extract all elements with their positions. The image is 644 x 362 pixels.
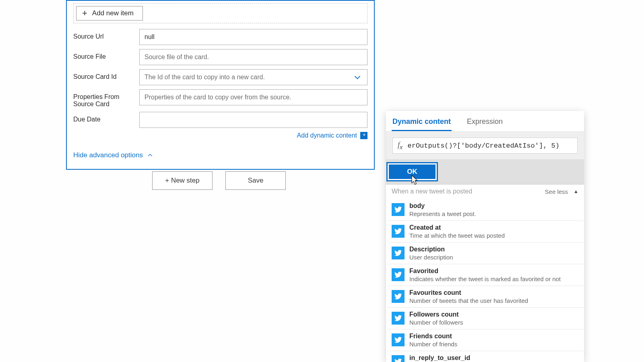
row-props-from-source: Properties From Source Card	[73, 89, 367, 108]
list-item-desc: Number of followers	[409, 319, 463, 326]
list-item[interactable]: FavoritedIndicates whether the tweet is …	[388, 264, 583, 286]
group-header-label: When a new tweet is posted	[392, 188, 472, 195]
list-item-desc: Represents a tweet post.	[409, 210, 476, 217]
row-source-file: Source File	[73, 49, 367, 65]
list-item-title: Favourites count	[409, 289, 528, 296]
list-item[interactable]: Friends countNumber of friends	[388, 329, 583, 351]
list-item-texts: FavoritedIndicates whether the tweet is …	[409, 267, 561, 282]
select-source-card-id[interactable]	[139, 69, 367, 85]
ok-button[interactable]: OK	[388, 163, 437, 180]
row-source-url: Source Url	[73, 29, 367, 45]
twitter-icon	[392, 355, 405, 362]
label-props-from-source: Properties From Source Card	[73, 89, 139, 108]
list-item-desc: Number of tweets that the user has favor…	[409, 297, 528, 304]
dynamic-content-list[interactable]: bodyRepresents a tweet post. Created atT…	[386, 198, 584, 362]
add-new-item-label: Add new item	[92, 9, 134, 17]
expression-input-wrap: fx	[392, 138, 578, 154]
label-due-date: Due Date	[73, 112, 139, 123]
list-item[interactable]: Created atTime at which the tweet was po…	[388, 221, 583, 243]
tab-expression[interactable]: Expression	[466, 113, 504, 131]
list-item-title: Favorited	[409, 267, 561, 275]
plus-icon: +	[82, 9, 87, 18]
add-item-dashed: + Add new item	[73, 3, 367, 23]
fx-icon: fx	[398, 141, 403, 150]
list-item-desc: Indicates whether the tweet is marked as…	[409, 276, 561, 282]
list-item-texts: Followers countNumber of followers	[409, 311, 463, 326]
list-item-texts: Friends countNumber of friends	[409, 333, 457, 348]
save-button[interactable]: Save	[225, 171, 286, 190]
twitter-icon	[392, 225, 405, 238]
list-item[interactable]: Favourites countNumber of tweets that th…	[388, 286, 583, 308]
input-props-from-source[interactable]	[139, 89, 367, 105]
list-item-title: body	[409, 202, 476, 210]
flyout-tabs: Dynamic content Expression	[386, 111, 584, 131]
list-item-title: in_reply_to_user_id	[409, 354, 470, 362]
input-source-url[interactable]	[139, 29, 367, 45]
list-item-texts: Created atTime at which the tweet was po…	[409, 224, 505, 239]
list-item-title: Friends count	[409, 333, 457, 340]
list-item[interactable]: bodyRepresents a tweet post.	[388, 199, 583, 221]
twitter-icon	[392, 268, 405, 281]
input-source-file[interactable]	[139, 49, 367, 65]
chevron-up-icon	[147, 152, 153, 158]
row-due-date: Due Date	[73, 112, 367, 128]
twitter-icon	[392, 312, 405, 325]
tab-dynamic-content[interactable]: Dynamic content	[392, 113, 452, 131]
list-item[interactable]: Followers countNumber of followers	[388, 308, 583, 329]
group-header-twitter: When a new tweet is posted See less ▲	[386, 185, 584, 198]
caret-up-icon: ▲	[574, 189, 578, 194]
list-item-title: Followers count	[409, 311, 463, 318]
new-step-button[interactable]: + New step	[152, 171, 213, 190]
list-item[interactable]: DescriptionUser description	[388, 243, 583, 264]
row-source-card-id: Source Card Id	[73, 69, 367, 85]
dynamic-plus-icon: ⁺	[360, 132, 367, 139]
list-item-title: Created at	[409, 224, 505, 231]
label-source-file: Source File	[73, 49, 139, 60]
list-item-texts: in_reply_to_user_id	[409, 354, 470, 362]
twitter-icon	[392, 203, 405, 216]
add-item-container: + Add new item	[73, 3, 367, 23]
list-item-title: Description	[409, 246, 453, 253]
ok-row: OK	[386, 159, 584, 185]
hide-advanced-label: Hide advanced options	[73, 151, 143, 159]
hide-advanced-toggle[interactable]: Hide advanced options	[73, 151, 153, 159]
twitter-icon	[392, 247, 405, 259]
list-item-texts: DescriptionUser description	[409, 246, 453, 261]
label-source-card-id: Source Card Id	[73, 69, 139, 80]
add-dynamic-content-link[interactable]: Add dynamic content ⁺	[73, 132, 367, 139]
twitter-icon	[392, 333, 405, 346]
expression-area: fx	[386, 131, 584, 159]
add-new-item-button[interactable]: + Add new item	[76, 6, 143, 21]
label-source-url: Source Url	[73, 29, 139, 40]
list-item-desc: Time at which the tweet was posted	[409, 232, 505, 239]
twitter-icon	[392, 290, 405, 303]
dynamic-content-flyout: Dynamic content Expression fx OK When a …	[386, 111, 584, 362]
input-source-card-id[interactable]	[139, 69, 367, 85]
list-item-texts: bodyRepresents a tweet post.	[409, 202, 476, 217]
action-card: + Add new item Source Url Source File So…	[66, 0, 375, 170]
list-item-desc: Number of friends	[409, 341, 457, 348]
list-item-desc: User description	[409, 254, 453, 261]
add-dynamic-content-label: Add dynamic content	[297, 132, 357, 139]
list-item-texts: Favourites countNumber of tweets that th…	[409, 289, 528, 304]
input-due-date[interactable]	[139, 112, 367, 128]
step-buttons: + New step Save	[152, 171, 286, 190]
expression-input[interactable]	[408, 142, 572, 150]
list-item[interactable]: in_reply_to_user_id	[388, 351, 583, 362]
see-less-link[interactable]: See less	[545, 188, 568, 195]
